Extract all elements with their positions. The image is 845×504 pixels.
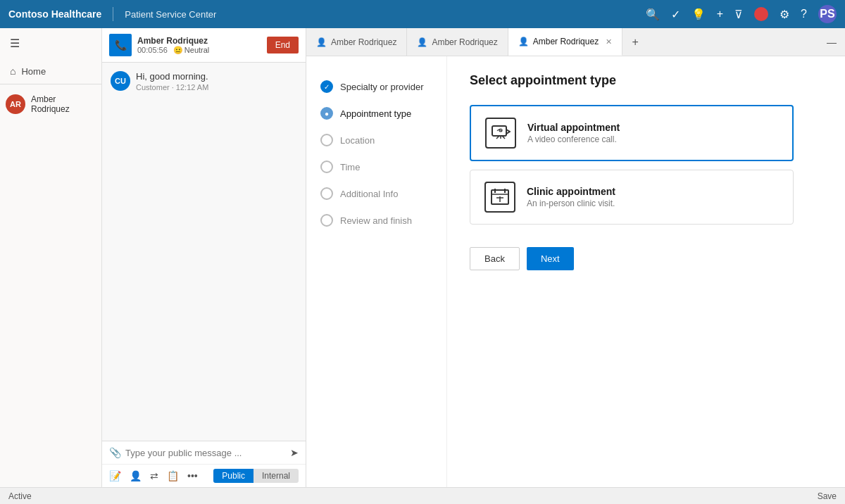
status-label: Active xyxy=(8,491,32,501)
contact-name: Amber Rodriquez xyxy=(31,94,96,114)
step-circle-5 xyxy=(320,214,333,227)
action-buttons: Back Next xyxy=(470,247,822,270)
message-input[interactable] xyxy=(125,448,286,458)
wizard-step-3: Time xyxy=(320,153,432,180)
tab-label-1: Amber Rodriquez xyxy=(432,37,497,47)
wizard-step-1: ● Appointment type xyxy=(320,100,432,127)
back-button[interactable]: Back xyxy=(470,247,520,270)
sidebar-item-label: Home xyxy=(21,66,46,77)
sentiment-icon: 😐 xyxy=(173,46,183,55)
contacts-icon[interactable]: 👤 xyxy=(130,470,142,481)
tab-0[interactable]: 👤 Amber Rodriquez xyxy=(306,28,407,56)
end-call-button[interactable]: End xyxy=(267,37,299,53)
service-center-label: Patient Service Center xyxy=(125,9,216,20)
virtual-appointment-card[interactable]: Virtual appointment A video conference c… xyxy=(470,105,794,161)
step-label-1: Appointment type xyxy=(340,108,411,119)
step-label-4: Additional Info xyxy=(340,189,398,199)
notification-dot[interactable] xyxy=(754,7,768,21)
step-circle-1: ● xyxy=(320,107,333,120)
chat-text: Hi, good morning. xyxy=(136,71,208,82)
notes-icon[interactable]: 📝 xyxy=(109,470,121,481)
top-nav: Contoso Healthcare Patient Service Cente… xyxy=(0,0,845,28)
tab-1[interactable]: 👤 Amber Rodriquez xyxy=(407,28,508,56)
toolbar-icons: 📝 👤 ⇄ 📋 ••• xyxy=(109,470,198,481)
search-icon[interactable]: 🔍 xyxy=(646,8,660,21)
wizard-step-0: ✓ Specialty or provider xyxy=(320,73,432,100)
step-label-5: Review and finish xyxy=(340,215,412,226)
send-icon[interactable]: ➤ xyxy=(290,447,299,458)
contact-avatar: AR xyxy=(6,94,25,114)
step-label-3: Time xyxy=(340,162,360,172)
contact-item[interactable]: AR Amber Rodriquez xyxy=(0,90,101,118)
nav-divider xyxy=(113,7,113,21)
clinic-appointment-icon xyxy=(484,182,515,213)
main-content: Select appointment type xyxy=(447,56,845,487)
chat-area: CU Hi, good morning. Customer · 12:12 AM xyxy=(102,63,306,441)
sidebar-item-home[interactable]: ⌂ Home xyxy=(0,58,101,84)
home-icon: ⌂ xyxy=(10,65,15,77)
message-input-row: 📎 ➤ xyxy=(109,447,299,458)
template-icon[interactable]: 📋 xyxy=(167,470,179,481)
plus-icon[interactable]: + xyxy=(717,8,723,20)
right-panel: 👤 Amber Rodriquez 👤 Amber Rodriquez 👤 Am… xyxy=(306,28,845,487)
message-input-area: 📎 ➤ xyxy=(102,441,306,464)
main-layout: ☰ ⌂ Home AR Amber Rodriquez 📞 Amber Rodr… xyxy=(0,28,845,487)
status-bar: Active Save xyxy=(0,487,845,504)
filter-icon[interactable]: ⊽ xyxy=(734,8,743,21)
sidebar: ☰ ⌂ Home AR Amber Rodriquez xyxy=(0,28,102,487)
call-meta: 00:05:56 😐 Neutral xyxy=(137,46,261,55)
user-avatar[interactable]: PS xyxy=(818,5,837,23)
wizard-steps: ✓ Specialty or provider ● Appointment ty… xyxy=(306,56,447,487)
next-button[interactable]: Next xyxy=(527,247,574,270)
tab-label-0: Amber Rodriquez xyxy=(331,37,396,47)
tab-label-2: Amber Rodriquez xyxy=(533,37,599,46)
app-name: Contoso Healthcare xyxy=(8,8,101,20)
clinic-appointment-title: Clinic appointment xyxy=(527,186,615,197)
tab-minimize-button[interactable]: — xyxy=(818,37,845,48)
top-nav-icons: 🔍 ✓ 💡 + ⊽ ⚙ ? PS xyxy=(646,5,837,23)
call-info: Amber Rodriquez 00:05:56 😐 Neutral xyxy=(137,36,261,55)
step-label-0: Specialty or provider xyxy=(340,82,424,92)
check-icon[interactable]: ✓ xyxy=(671,8,680,21)
hamburger-icon[interactable]: ☰ xyxy=(0,28,101,58)
chat-message-row: CU Hi, good morning. Customer · 12:12 AM xyxy=(111,71,297,92)
phone-icon: 📞 xyxy=(115,39,127,51)
sentiment-label: Neutral xyxy=(184,46,209,54)
attach-icon[interactable]: 📎 xyxy=(109,447,121,458)
tab-bar: 👤 Amber Rodriquez 👤 Amber Rodriquez 👤 Am… xyxy=(306,28,845,56)
tab-close-button[interactable]: ✕ xyxy=(606,37,612,46)
chat-timestamp: Customer · 12:12 AM xyxy=(136,83,208,92)
transfer-icon[interactable]: ⇄ xyxy=(150,470,158,481)
more-icon[interactable]: ••• xyxy=(187,470,198,481)
section-title: Select appointment type xyxy=(470,73,822,88)
tab-2[interactable]: 👤 Amber Rodriquez ✕ xyxy=(508,28,622,56)
virtual-appointment-icon xyxy=(485,118,516,149)
help-icon[interactable]: ? xyxy=(801,8,807,20)
step-circle-4 xyxy=(320,187,333,200)
clinic-appointment-card[interactable]: Clinic appointment An in-person clinic v… xyxy=(470,170,794,225)
clinic-appointment-text: Clinic appointment An in-person clinic v… xyxy=(527,186,615,208)
step-circle-0: ✓ xyxy=(320,80,333,93)
wizard-step-5: Review and finish xyxy=(320,207,432,234)
lightbulb-icon[interactable]: 💡 xyxy=(691,8,706,21)
virtual-appointment-title: Virtual appointment xyxy=(527,122,620,133)
wizard-step-2: Location xyxy=(320,127,432,153)
public-toggle-button[interactable]: Public xyxy=(213,469,254,483)
contact-section: AR Amber Rodriquez xyxy=(0,84,101,124)
call-icon: 📞 xyxy=(109,34,132,56)
gear-icon[interactable]: ⚙ xyxy=(780,8,789,21)
clinic-appointment-desc: An in-person clinic visit. xyxy=(527,199,615,208)
tab-person-icon-1: 👤 xyxy=(417,37,427,47)
content-area: ✓ Specialty or provider ● Appointment ty… xyxy=(306,56,845,487)
virtual-appointment-text: Virtual appointment A video conference c… xyxy=(527,122,620,144)
call-contact-name: Amber Rodriquez xyxy=(137,36,261,46)
chat-sender-avatar: CU xyxy=(111,71,130,91)
center-panel: 📞 Amber Rodriquez 00:05:56 😐 Neutral End… xyxy=(102,28,306,487)
public-internal-toggle: Public Internal xyxy=(213,469,299,483)
tab-person-icon-0: 👤 xyxy=(316,37,327,47)
active-call-bar: 📞 Amber Rodriquez 00:05:56 😐 Neutral End xyxy=(102,28,306,63)
save-label[interactable]: Save xyxy=(818,491,837,501)
internal-toggle-button[interactable]: Internal xyxy=(254,469,299,483)
tab-add-button[interactable]: + xyxy=(622,28,648,56)
call-timer: 00:05:56 xyxy=(137,46,168,54)
